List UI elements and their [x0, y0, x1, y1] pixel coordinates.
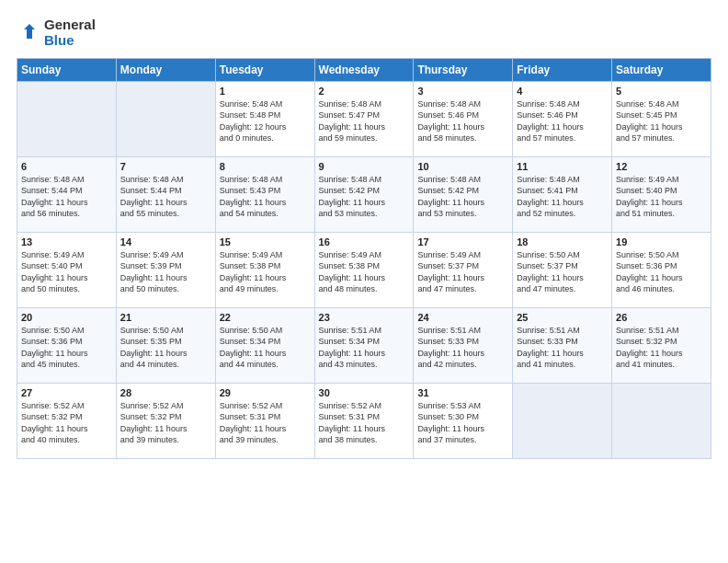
day-info: Sunrise: 5:50 AMSunset: 5:36 PMDaylight:…	[21, 325, 112, 371]
day-info: Sunrise: 5:51 AMSunset: 5:33 PMDaylight:…	[517, 325, 608, 371]
day-cell: 6Sunrise: 5:48 AMSunset: 5:44 PMDaylight…	[17, 156, 117, 232]
day-cell: 17Sunrise: 5:49 AMSunset: 5:37 PMDayligh…	[414, 232, 513, 307]
day-info: Sunrise: 5:50 AMSunset: 5:36 PMDaylight:…	[616, 249, 707, 295]
day-number: 3	[417, 86, 508, 97]
day-cell: 18Sunrise: 5:50 AMSunset: 5:37 PMDayligh…	[513, 232, 612, 307]
day-info: Sunrise: 5:51 AMSunset: 5:33 PMDaylight:…	[417, 325, 508, 371]
logo: General Blue	[17, 17, 96, 49]
logo-general: General	[44, 17, 96, 32]
col-header-saturday: Saturday	[612, 58, 711, 81]
day-info: Sunrise: 5:53 AMSunset: 5:30 PMDaylight:…	[417, 400, 508, 446]
day-cell: 3Sunrise: 5:48 AMSunset: 5:46 PMDaylight…	[414, 81, 513, 156]
day-info: Sunrise: 5:52 AMSunset: 5:32 PMDaylight:…	[21, 400, 112, 446]
day-cell: 21Sunrise: 5:50 AMSunset: 5:35 PMDayligh…	[116, 307, 215, 383]
day-number: 28	[120, 387, 211, 398]
day-info: Sunrise: 5:50 AMSunset: 5:34 PMDaylight:…	[220, 325, 311, 371]
day-cell: 30Sunrise: 5:52 AMSunset: 5:31 PMDayligh…	[314, 383, 414, 458]
day-info: Sunrise: 5:52 AMSunset: 5:32 PMDaylight:…	[120, 400, 211, 446]
week-row-5: 27Sunrise: 5:52 AMSunset: 5:32 PMDayligh…	[17, 383, 711, 458]
day-cell: 31Sunrise: 5:53 AMSunset: 5:30 PMDayligh…	[414, 383, 513, 458]
day-number: 14	[120, 236, 211, 247]
day-cell: 2Sunrise: 5:48 AMSunset: 5:47 PMDaylight…	[314, 81, 414, 156]
day-cell: 14Sunrise: 5:49 AMSunset: 5:39 PMDayligh…	[116, 232, 215, 307]
day-cell: 11Sunrise: 5:48 AMSunset: 5:41 PMDayligh…	[513, 156, 612, 232]
day-cell: 4Sunrise: 5:48 AMSunset: 5:46 PMDaylight…	[513, 81, 612, 156]
day-info: Sunrise: 5:50 AMSunset: 5:37 PMDaylight:…	[517, 249, 608, 295]
day-cell: 25Sunrise: 5:51 AMSunset: 5:33 PMDayligh…	[513, 307, 612, 383]
day-info: Sunrise: 5:48 AMSunset: 5:43 PMDaylight:…	[220, 174, 311, 220]
day-number: 31	[417, 387, 508, 398]
day-cell: 15Sunrise: 5:49 AMSunset: 5:38 PMDayligh…	[215, 232, 314, 307]
day-number: 30	[319, 387, 410, 398]
day-cell: 12Sunrise: 5:49 AMSunset: 5:40 PMDayligh…	[612, 156, 711, 232]
day-cell: 8Sunrise: 5:48 AMSunset: 5:43 PMDaylight…	[215, 156, 314, 232]
day-number: 29	[220, 387, 311, 398]
header: General Blue	[17, 17, 711, 49]
day-number: 25	[517, 312, 608, 323]
day-number: 20	[21, 312, 112, 323]
day-cell	[116, 81, 215, 156]
day-number: 13	[21, 236, 112, 247]
logo-blue: Blue	[44, 32, 96, 48]
day-info: Sunrise: 5:49 AMSunset: 5:40 PMDaylight:…	[616, 174, 707, 220]
day-cell: 9Sunrise: 5:48 AMSunset: 5:42 PMDaylight…	[314, 156, 414, 232]
day-cell: 29Sunrise: 5:52 AMSunset: 5:31 PMDayligh…	[215, 383, 314, 458]
day-cell: 26Sunrise: 5:51 AMSunset: 5:32 PMDayligh…	[612, 307, 711, 383]
day-info: Sunrise: 5:48 AMSunset: 5:41 PMDaylight:…	[517, 174, 608, 220]
day-info: Sunrise: 5:48 AMSunset: 5:42 PMDaylight:…	[417, 174, 508, 220]
day-cell: 22Sunrise: 5:50 AMSunset: 5:34 PMDayligh…	[215, 307, 314, 383]
day-number: 9	[319, 161, 410, 172]
day-cell: 23Sunrise: 5:51 AMSunset: 5:34 PMDayligh…	[314, 307, 414, 383]
day-info: Sunrise: 5:49 AMSunset: 5:37 PMDaylight:…	[417, 249, 508, 295]
day-number: 22	[220, 312, 311, 323]
day-cell: 16Sunrise: 5:49 AMSunset: 5:38 PMDayligh…	[314, 232, 414, 307]
day-number: 24	[417, 312, 508, 323]
day-cell: 10Sunrise: 5:48 AMSunset: 5:42 PMDayligh…	[414, 156, 513, 232]
day-info: Sunrise: 5:48 AMSunset: 5:47 PMDaylight:…	[319, 98, 410, 144]
day-number: 17	[417, 236, 508, 247]
day-number: 27	[21, 387, 112, 398]
day-info: Sunrise: 5:48 AMSunset: 5:44 PMDaylight:…	[21, 174, 112, 220]
day-number: 2	[319, 86, 410, 97]
header-row: SundayMondayTuesdayWednesdayThursdayFrid…	[17, 58, 711, 81]
day-info: Sunrise: 5:50 AMSunset: 5:35 PMDaylight:…	[120, 325, 211, 371]
col-header-tuesday: Tuesday	[215, 58, 314, 81]
day-cell: 1Sunrise: 5:48 AMSunset: 5:48 PMDaylight…	[215, 81, 314, 156]
day-info: Sunrise: 5:52 AMSunset: 5:31 PMDaylight:…	[220, 400, 311, 446]
day-cell: 20Sunrise: 5:50 AMSunset: 5:36 PMDayligh…	[17, 307, 117, 383]
day-cell: 27Sunrise: 5:52 AMSunset: 5:32 PMDayligh…	[17, 383, 117, 458]
day-info: Sunrise: 5:52 AMSunset: 5:31 PMDaylight:…	[319, 400, 410, 446]
day-number: 26	[616, 312, 707, 323]
day-number: 21	[120, 312, 211, 323]
week-row-3: 13Sunrise: 5:49 AMSunset: 5:40 PMDayligh…	[17, 232, 711, 307]
day-info: Sunrise: 5:51 AMSunset: 5:32 PMDaylight:…	[616, 325, 707, 371]
day-number: 6	[21, 161, 112, 172]
day-info: Sunrise: 5:49 AMSunset: 5:40 PMDaylight:…	[21, 249, 112, 295]
day-number: 19	[616, 236, 707, 247]
day-info: Sunrise: 5:48 AMSunset: 5:42 PMDaylight:…	[319, 174, 410, 220]
day-number: 16	[319, 236, 410, 247]
day-number: 10	[417, 161, 508, 172]
day-number: 12	[616, 161, 707, 172]
day-cell	[17, 81, 117, 156]
day-cell: 13Sunrise: 5:49 AMSunset: 5:40 PMDayligh…	[17, 232, 117, 307]
day-number: 23	[319, 312, 410, 323]
logo-icon	[17, 22, 37, 42]
day-info: Sunrise: 5:48 AMSunset: 5:44 PMDaylight:…	[120, 174, 211, 220]
day-number: 8	[220, 161, 311, 172]
col-header-wednesday: Wednesday	[314, 58, 414, 81]
day-cell: 7Sunrise: 5:48 AMSunset: 5:44 PMDaylight…	[116, 156, 215, 232]
svg-marker-0	[24, 24, 35, 39]
col-header-friday: Friday	[513, 58, 612, 81]
day-info: Sunrise: 5:49 AMSunset: 5:38 PMDaylight:…	[319, 249, 410, 295]
calendar-table: SundayMondayTuesdayWednesdayThursdayFrid…	[17, 58, 711, 459]
day-number: 15	[220, 236, 311, 247]
day-info: Sunrise: 5:49 AMSunset: 5:38 PMDaylight:…	[220, 249, 311, 295]
day-number: 11	[517, 161, 608, 172]
day-cell: 28Sunrise: 5:52 AMSunset: 5:32 PMDayligh…	[116, 383, 215, 458]
day-cell	[612, 383, 711, 458]
day-cell: 24Sunrise: 5:51 AMSunset: 5:33 PMDayligh…	[414, 307, 513, 383]
day-number: 5	[616, 86, 707, 97]
day-cell: 19Sunrise: 5:50 AMSunset: 5:36 PMDayligh…	[612, 232, 711, 307]
week-row-1: 1Sunrise: 5:48 AMSunset: 5:48 PMDaylight…	[17, 81, 711, 156]
